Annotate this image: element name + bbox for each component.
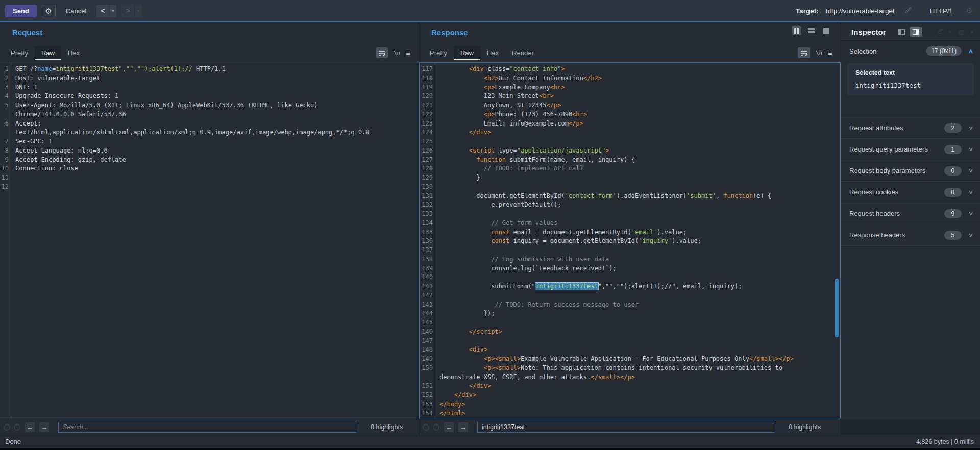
search-prev-icon[interactable]: ← [25,422,35,432]
back-dropdown-caret-icon[interactable]: ▾ [109,5,116,17]
response-tab-hex[interactable]: Hex [480,46,505,60]
line-number: 132 [420,201,433,210]
inspector-section-request-attributes[interactable]: Request attributes 2 ∨ [841,117,980,138]
request-tab-hex[interactable]: Hex [61,46,86,60]
count-badge: 0 [944,188,962,197]
search-option-icon[interactable] [433,424,439,431]
code-line: 119 <p>Example Company<br> [420,83,840,92]
code-line: 3DNT: 1 [0,83,419,92]
code-line: 135 const email = document.getElementByI… [420,228,840,237]
response-scrollbar[interactable] [835,279,839,337]
chevron-down-icon[interactable]: ∨ [968,146,974,153]
chevron-down-icon[interactable]: ∨ [968,167,974,174]
line-number: 136 [420,237,433,246]
request-panel: Request Pretty Raw Hex \n ≡ 1GET /?name=… [0,23,419,419]
code-line: 9Accept-Encoding: gzip, deflate [0,156,419,165]
line-number: 120 [420,92,433,101]
response-editor[interactable]: 117 <div class="contact-info">118 <h2>Ou… [419,62,841,419]
line-number: 1 [0,65,9,74]
search-option-icon[interactable] [4,424,10,431]
code-line: 134 // Get form values [420,219,840,228]
line-number [0,110,9,119]
send-options-gear-icon[interactable]: ⚙ [42,5,56,17]
search-option-icon[interactable] [423,424,429,431]
layout-columns-icon[interactable] [792,26,801,35]
gutter-divider [435,63,435,419]
inspector-section-request-cookies[interactable]: Request cookies 0 ∨ [841,182,980,203]
line-number: 11 [0,173,9,183]
edit-target-pencil-icon[interactable] [905,6,912,15]
response-tab-render[interactable]: Render [505,46,541,60]
search-prev-icon[interactable]: ← [444,422,454,432]
inspector-section-response-headers[interactable]: Response headers 5 ∨ [841,224,980,245]
count-badge: 1 [944,145,962,154]
minus-icon: − [948,28,952,36]
dock-right-icon[interactable] [910,27,922,37]
line-number: 130 [420,183,433,192]
http-version-label[interactable]: HTTP/1 [930,7,953,15]
inspector-section-request-headers[interactable]: Request headers 9 ∨ [841,203,980,224]
request-tabs: Pretty Raw Hex [4,46,86,60]
search-option-icon[interactable] [14,424,20,431]
code-line: 117 <div class="contact-info"> [420,65,840,74]
line-number: 145 [420,318,433,328]
request-tab-pretty[interactable]: Pretty [4,46,35,60]
code-line: 120 123 Main Street<br> [420,92,840,101]
line-number: 117 [420,65,433,74]
layout-single-icon[interactable] [821,26,831,35]
request-search-input[interactable] [58,422,357,433]
response-size-and-time: 4,826 bytes | 0 millis [916,438,974,445]
chevron-down-icon[interactable]: ∨ [968,124,974,131]
response-search-bar: ← → 0 highlights [419,419,841,435]
response-search-input[interactable] [477,422,775,433]
word-wrap-icon[interactable] [798,47,810,58]
show-newlines-icon[interactable]: \n [394,49,400,56]
send-button[interactable]: Send [5,5,37,17]
line-number: 140 [420,273,433,282]
code-line: 132 e.preventDefault(); [420,201,840,210]
request-editor[interactable]: 1GET /?name=intigriti1337test","","");al… [0,62,419,419]
code-line: 1GET /?name=intigriti1337test","","");al… [0,65,419,74]
chevron-down-icon[interactable]: ∨ [968,210,974,217]
line-number: 139 [420,264,433,273]
inspector-section-request-body-parameters[interactable]: Request body parameters 0 ∨ [841,160,980,181]
chevron-up-icon[interactable]: ∧ [968,48,974,55]
cancel-button[interactable]: Cancel [61,5,91,17]
dock-left-icon[interactable] [895,27,908,37]
line-number: 2 [0,74,9,83]
inspector-section-request-query-parameters[interactable]: Request query parameters 1 ∨ [841,139,980,160]
gutter-divider [11,63,11,419]
code-line: 129 } [420,173,840,183]
target-circle-icon: ◎ [958,28,964,36]
inspector-dock-toggles [895,27,922,37]
code-line: 133 [420,210,840,219]
show-newlines-icon[interactable]: \n [816,49,822,56]
burp-repeater-screen: Send ⚙ Cancel < ▾ > ▾ Target: http://vul… [0,0,980,450]
inspector-panel: Inspector ≡ − ◎ × Selection 17 (0x11) ∧ … [841,23,980,419]
editor-menu-icon[interactable]: ≡ [406,48,410,57]
search-next-icon[interactable]: → [39,422,49,432]
code-line: 139 console.log(`Feedback received!`); [420,264,840,273]
code-line: 12 [0,183,419,192]
count-badge: 9 [944,209,962,218]
word-wrap-icon[interactable] [376,47,388,58]
search-next-icon[interactable]: → [458,422,468,432]
code-line: 121 Anytown, ST 12345</p> [420,101,840,110]
chevron-down-icon[interactable]: ∨ [968,189,974,195]
history-back-button[interactable]: < ▾ [96,5,116,17]
code-line: 142 [420,291,840,301]
editor-menu-icon[interactable]: ≡ [828,48,832,57]
chevron-down-icon[interactable]: ∨ [968,232,974,238]
response-tab-pretty[interactable]: Pretty [423,46,454,60]
inspector-section-selection[interactable]: Selection 17 (0x11) ∧ [841,41,980,61]
line-number: 124 [420,128,433,137]
status-text: Done [5,438,21,445]
history-forward-button[interactable]: > ▾ [121,5,141,17]
close-icon: × [970,28,974,36]
layout-rows-icon[interactable] [806,26,817,35]
response-view-options: \n ≡ [798,47,832,58]
response-tab-raw[interactable]: Raw [454,46,480,60]
request-tab-raw[interactable]: Raw [35,46,61,60]
code-line: 123 Email: info@example.com</p> [420,119,840,129]
line-number: 12 [0,183,9,192]
